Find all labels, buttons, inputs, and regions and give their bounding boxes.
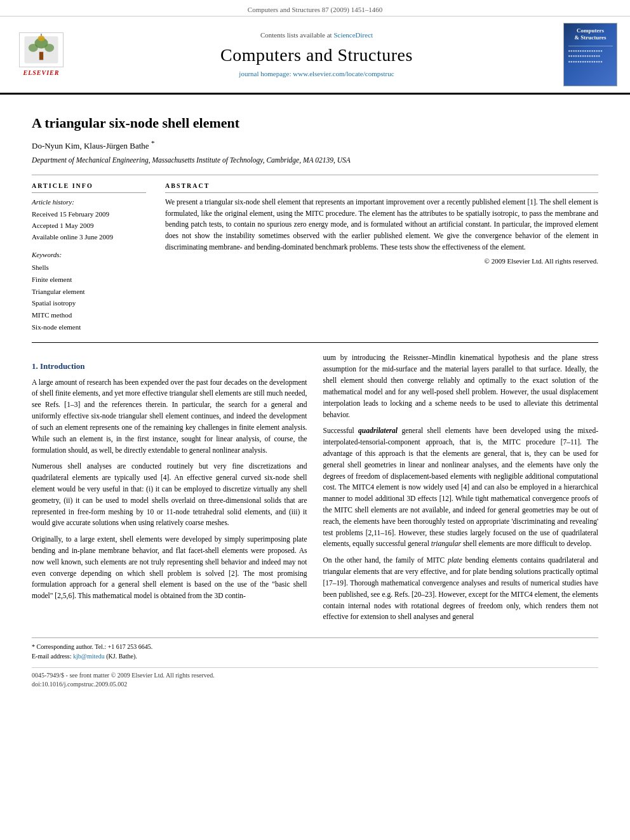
elsevier-logo-block: ELSEVIER	[13, 32, 70, 77]
accepted-date: Accepted 1 May 2009	[32, 220, 146, 232]
keyword-sixnode: Six-node element	[32, 321, 146, 333]
elsevier-tree-logo	[19, 32, 64, 67]
copyright-line1: 0045-7949/$ - see front matter © 2009 El…	[32, 671, 598, 680]
journal-cover-thumbnail: Computers & Structures ●●●●●●●●●●●●●●●●●…	[563, 23, 617, 86]
body-para3: Originally, to a large extent, shell ele…	[32, 534, 307, 602]
abstract-header: ABSTRACT	[165, 182, 598, 193]
footnote-email-line: E-mail address: kjb@mitedu (KJ. Bathe).	[32, 651, 598, 661]
author-asterisk: *	[151, 139, 155, 147]
keywords-section: Keywords: Shells Finite element Triangul…	[32, 249, 146, 333]
keyword-mitc: MITC method	[32, 309, 146, 321]
received-date: Received 15 February 2009	[32, 209, 146, 220]
body-para2: Numerous shell analyses are conducted ro…	[32, 461, 307, 529]
footnote-name: (KJ. Bathe).	[106, 653, 137, 660]
available-date: Available online 3 June 2009	[32, 232, 146, 243]
homepage-line: journal homepage: www.elsevier.com/locat…	[76, 69, 557, 79]
article-title: A triangular six-node shell element	[32, 114, 598, 133]
authors-text: Do-Nyun Kim, Klaus-Jürgen Bathe	[32, 142, 149, 151]
affiliation-line: Department of Mechanical Engineering, Ma…	[32, 155, 598, 165]
copyright-line2: doi:10.1016/j.compstruc.2009.05.002	[32, 680, 598, 689]
body-left-col: 1. Introduction A large amount of resear…	[32, 352, 307, 628]
abstract-text: We present a triangular six-node shell e…	[165, 197, 598, 253]
thumb-title-line1: Computers & Structures	[574, 27, 606, 41]
abstract-copyright: © 2009 Elsevier Ltd. All rights reserved…	[165, 257, 598, 266]
keyword-triangular: Triangular element	[32, 286, 146, 298]
article-history-block: Article history: Received 15 February 20…	[32, 197, 146, 243]
footnote-email[interactable]: kjb@mitedu	[73, 653, 105, 660]
keyword-shells: Shells	[32, 262, 146, 274]
svg-point-2	[29, 44, 38, 52]
info-abstract-section: ARTICLE INFO Article history: Received 1…	[32, 182, 598, 333]
journal-title-banner: Computers and Structures	[76, 43, 557, 67]
plate-italic: plate	[448, 556, 462, 564]
article-info-header: ARTICLE INFO	[32, 182, 146, 193]
svg-point-5	[38, 36, 45, 41]
triangular-italic: triangular	[431, 540, 461, 547]
body-right-para1: uum by introducing the Reissner–Mindlin …	[323, 352, 599, 420]
homepage-url[interactable]: www.elsevier.com/locate/compstruc	[293, 70, 394, 77]
sciencedirect-link[interactable]: ScienceDirect	[333, 31, 373, 39]
authors-line: Do-Nyun Kim, Klaus-Jürgen Bathe *	[32, 138, 598, 152]
section1-heading: 1. Introduction	[32, 360, 307, 373]
footnote-section: * Corresponding author. Tel.: +1 617 253…	[32, 637, 598, 661]
info-abstract-divider	[32, 175, 598, 175]
keywords-label: Keywords:	[32, 251, 62, 258]
article-container: A triangular six-node shell element Do-N…	[0, 95, 630, 702]
email-label: E-mail address:	[32, 653, 71, 660]
history-label: Article history:	[32, 197, 146, 208]
journal-reference-bar: Computers and Structures 87 (2009) 1451–…	[0, 0, 630, 17]
elsevier-wordmark: ELSEVIER	[23, 69, 60, 77]
body-divider	[32, 342, 598, 343]
body-right-para2: Successful quadrilateral general shell e…	[323, 425, 599, 550]
footnote-star-note: * Corresponding author. Tel.: +1 617 253…	[32, 642, 598, 651]
keywords-list: Shells Finite element Triangular element…	[32, 262, 146, 333]
journal-header-center: Contents lists available at ScienceDirec…	[76, 30, 557, 79]
contents-availability-line: Contents lists available at ScienceDirec…	[76, 30, 557, 40]
keyword-fe: Finite element	[32, 274, 146, 286]
abstract-section: ABSTRACT We present a triangular six-nod…	[165, 182, 598, 333]
body-right-para3: On the other hand, the family of MITC pl…	[323, 555, 599, 623]
svg-rect-4	[39, 52, 43, 60]
journal-ref-text: Computers and Structures 87 (2009) 1451–…	[248, 6, 382, 13]
elsevier-logo-svg	[20, 33, 63, 67]
body-right-col: uum by introducing the Reissner–Mindlin …	[323, 352, 599, 628]
quadrilateral-italic-bold: quadrilateral	[358, 427, 398, 434]
body-para1: A large amount of research has been expe…	[32, 377, 307, 457]
keyword-isotropy: Spatial isotropy	[32, 297, 146, 309]
bottom-copyright: 0045-7949/$ - see front matter © 2009 El…	[32, 667, 598, 689]
article-info-column: ARTICLE INFO Article history: Received 1…	[32, 182, 146, 333]
svg-point-3	[44, 44, 54, 52]
body-text-area: 1. Introduction A large amount of resear…	[32, 352, 598, 628]
journal-header: ELSEVIER Contents lists available at Sci…	[0, 17, 630, 94]
